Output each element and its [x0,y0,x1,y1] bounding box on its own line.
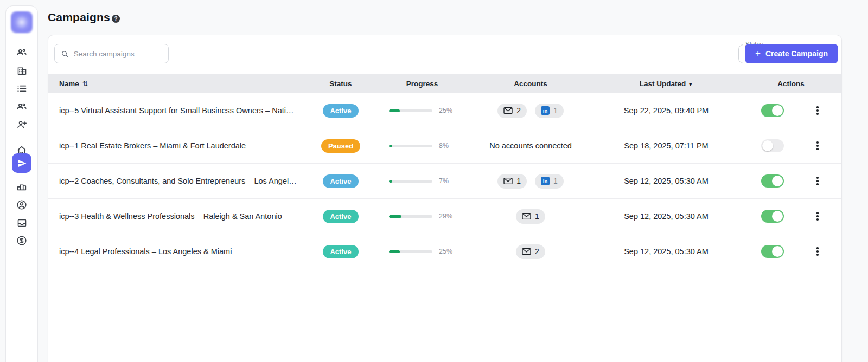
accounts-cell: No accounts connected [468,141,593,150]
campaign-name: icp--3 Health & Wellness Professionals –… [59,212,297,221]
last-updated: Sep 12, 2025, 05:30 AM [593,177,739,185]
table-row[interactable]: icp--3 Health & Wellness Professionals –… [48,199,841,234]
status-badge: Active [323,245,358,258]
app-logo[interactable] [11,11,33,33]
last-updated: Sep 22, 2025, 09:40 PM [593,106,739,115]
inbox-icon[interactable] [15,216,28,229]
linkedin-icon: in [541,106,550,115]
column-header-accounts: Accounts [468,80,593,88]
kebab-menu-icon[interactable] [814,210,821,223]
table-row[interactable]: icp--2 Coaches, Consultants, and Solo En… [48,164,841,199]
sidebar [5,5,38,362]
status-badge: Active [323,174,358,188]
dollar-icon[interactable] [15,234,28,247]
progress-fill [389,145,392,147]
campaign-name: icp--5 Virtual Assistant Support for Sma… [59,106,297,115]
campaigns-panel: Status Active + Create Campaign Name ⇅ S… [48,35,842,362]
group-icon[interactable] [15,46,28,59]
toggle-knob [772,211,783,222]
progress-bar [389,180,432,183]
status-badge: Active [323,104,358,118]
campaign-name-cell[interactable]: icp--5 Virtual Assistant Support for Sma… [48,106,305,115]
table-row[interactable]: icp--5 Virtual Assistant Support for Sma… [48,93,841,128]
progress-percent: 8% [439,142,455,150]
email-accounts-badge: 2 [497,104,527,118]
campaign-name-cell[interactable]: icp--3 Health & Wellness Professionals –… [48,212,305,221]
column-header-last-updated[interactable]: Last Updated▼ [593,80,739,88]
plus-icon: + [755,48,761,59]
email-icon [503,107,513,114]
campaign-name: icp--2 Coaches, Consultants, and Solo En… [59,177,297,185]
campaign-name: icp--4 Legal Professionals – Los Angeles… [59,247,297,256]
campaign-toggle[interactable] [761,104,784,117]
building-icon[interactable] [15,64,28,77]
account-count: 1 [553,177,558,185]
toggle-knob [772,176,783,186]
create-campaign-label: Create Campaign [765,49,828,58]
create-campaign-button[interactable]: + Create Campaign [745,44,838,63]
accounts-cell: 2 [468,244,593,259]
progress-percent: 25% [439,248,455,255]
last-updated: Sep 18, 2025, 07:11 PM [593,141,739,150]
campaign-toggle[interactable] [761,139,784,152]
campaign-toggle[interactable] [761,174,784,188]
kebab-menu-icon[interactable] [814,174,821,188]
progress-bar [389,250,432,253]
table-body: icp--5 Virtual Assistant Support for Sma… [48,93,841,269]
last-updated: Sep 12, 2025, 05:30 AM [593,247,739,256]
account-circle-icon[interactable] [15,198,28,211]
person-add-icon[interactable] [15,118,28,131]
progress-percent: 25% [439,107,455,114]
table-toolbar: Status Active + Create Campaign [48,35,841,74]
search-icon [61,49,69,59]
help-icon[interactable]: ? [112,15,120,23]
toggle-knob [772,246,783,257]
sort-desc-icon: ▼ [688,82,693,87]
column-header-progress: Progress [376,80,468,88]
progress-bar [389,109,432,112]
table-row[interactable]: icp--1 Real Estate Brokers – Miami & For… [48,128,841,164]
table-row[interactable]: icp--4 Legal Professionals – Los Angeles… [48,234,841,269]
campaign-toggle[interactable] [761,210,784,223]
kebab-menu-icon[interactable] [814,139,821,152]
list-icon[interactable] [15,82,28,95]
email-accounts-badge: 2 [516,244,545,259]
campaign-name-cell[interactable]: icp--1 Real Estate Brokers – Miami & For… [48,141,305,150]
page-title: Campaigns [48,11,110,24]
account-count: 1 [516,177,521,185]
linkedin-accounts-badge: in1 [535,174,564,189]
email-icon [522,248,531,255]
linkedin-accounts-badge: in1 [535,104,564,118]
campaign-name-cell[interactable]: icp--2 Coaches, Consultants, and Solo En… [48,177,305,185]
accounts-cell: 1 [468,209,593,224]
search-input[interactable] [74,50,162,58]
search-box [54,44,169,63]
toggle-knob [762,140,773,151]
column-header-status: Status [305,80,376,88]
send-icon [17,158,27,169]
sort-updown-icon: ⇅ [82,80,88,88]
accounts-cell: 1in1 [468,174,593,189]
email-accounts-badge: 1 [516,209,545,224]
status-badge: Active [323,210,358,223]
sidebar-item-campaigns[interactable] [12,153,31,173]
campaign-toggle[interactable] [761,245,784,258]
progress-bar [389,215,432,218]
email-accounts-badge: 1 [497,174,527,189]
campaign-name-cell[interactable]: icp--4 Legal Professionals – Los Angeles… [48,247,305,256]
account-count: 1 [553,106,558,115]
campaign-name: icp--1 Real Estate Brokers – Miami & For… [59,141,297,150]
group-icon[interactable] [15,100,28,113]
account-count: 2 [516,106,521,115]
last-updated: Sep 12, 2025, 05:30 AM [593,212,739,221]
progress-fill [389,109,400,112]
progress-fill [389,180,392,183]
email-icon [503,177,513,185]
accounts-cell: 2in1 [468,104,593,118]
status-badge: Paused [321,139,360,153]
kebab-menu-icon[interactable] [814,104,821,117]
table-header-row: Name ⇅ Status Progress Accounts Last Upd… [48,74,841,93]
bar-chart-icon[interactable] [15,180,28,193]
column-header-name[interactable]: Name ⇅ [48,80,305,88]
kebab-menu-icon[interactable] [814,245,821,258]
